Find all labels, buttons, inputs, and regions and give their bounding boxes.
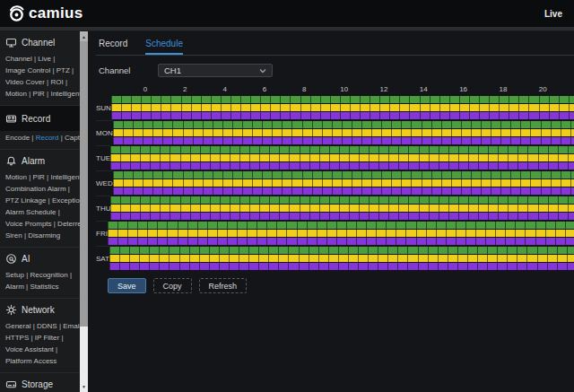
sidebar-section-channel: ChannelChannel | Live |Image Control | P… [0,31,80,105]
schedule-bar-record-normal[interactable] [108,222,574,229]
sidebar-link-platform-access[interactable]: Platform Access [5,357,57,365]
scrollbar-up-arrow-icon[interactable]: ▲ [80,31,88,41]
schedule-bar-record-pir[interactable] [109,263,574,270]
sidebar-link-ddns[interactable]: DDNS [37,322,57,330]
tab-bar: Record Schedule [96,31,574,55]
scrollbar-down-arrow-icon[interactable]: ▼ [82,384,86,389]
day-label: FRI [96,221,108,246]
sidebar-item-separator: | [54,345,57,353]
schedule-bar-record-normal[interactable] [110,196,574,204]
sidebar-link-roi[interactable]: ROI [50,78,63,86]
sidebar-link-encode[interactable]: Encode [5,134,30,142]
tab-record[interactable]: Record [99,39,127,55]
schedule-bar-record-motion[interactable] [113,179,574,187]
hour-tick-label: 8 [302,85,306,93]
hour-tick-label: 20 [539,85,547,93]
sidebar-item-separator: | [51,55,55,63]
sidebar-link-alarm[interactable]: Alarm [5,283,24,291]
day-label: MON [96,120,113,145]
sidebar-link-general[interactable]: General [5,322,30,330]
schedule-bar-record-normal[interactable] [113,121,574,128]
sidebar-link-channel[interactable]: Channel [5,55,32,63]
sidebar-link-https[interactable]: HTTPS [5,334,29,342]
sidebar-link-image-control[interactable]: Image Control [5,66,50,74]
sidebar-link-voice-assistant[interactable]: Voice Assistant [5,345,54,353]
schedule-bar-record-motion[interactable] [113,129,574,136]
sidebar-link-alarm-schedule[interactable]: Alarm Schedule [5,208,56,216]
content-area: ChannelChannel | Live |Image Control | P… [0,31,574,392]
schedule-bar-record-pir[interactable] [110,162,574,170]
scrollbar-track-bottom[interactable]: ▼ [80,327,88,392]
channel-select[interactable]: CH1 [158,64,273,77]
sidebar-section-header-record[interactable]: Record [0,106,80,131]
schedule-bar-record-pir[interactable] [111,112,574,119]
sidebar-link-deterrence[interactable]: Deterrence [57,220,80,228]
refresh-button[interactable]: Refresh [199,278,248,293]
schedule-bar-record-motion[interactable] [111,104,574,111]
scrollbar-thumb[interactable] [80,41,88,327]
sidebar-link-email[interactable]: Email [63,322,80,330]
channel-row: Channel CH1 [96,64,574,77]
sidebar-link-ptz-linkage[interactable]: PTZ Linkage [5,196,46,205]
schedule-bar-record-motion[interactable] [109,255,574,262]
sidebar-item-separator: | [70,66,74,74]
schedule-bar-record-motion[interactable] [110,205,574,212]
sidebar-link-live[interactable]: Live [38,55,51,63]
schedule-bar-record-normal[interactable] [113,171,574,179]
schedule-bar-record-motion[interactable] [108,230,574,237]
sidebar-link-intelligent[interactable]: Intelligent [50,90,80,98]
main-panel: Record Schedule Channel CH1 024681012141… [88,31,574,392]
sidebar-item-separator: | [59,334,63,342]
schedule-bar-record-motion[interactable] [110,154,574,161]
schedule-bar-record-pir[interactable] [113,187,574,195]
sidebar-link-statistics[interactable]: Statistics [30,283,58,291]
copy-button[interactable]: Copy [153,278,192,293]
live-menu-item[interactable]: Live [544,9,562,19]
schedule-day-row-sun: SUN [96,95,574,120]
schedule-day-row-sat: SAT [96,246,574,271]
schedule-bar-record-pir[interactable] [113,137,574,144]
sidebar-section-header-channel[interactable]: Channel [0,31,80,52]
schedule-grid: 024681012141618202224 SUNMONTUEWEDTHUFRI… [96,85,574,271]
sidebar-link-setup[interactable]: Setup [5,271,24,279]
channel-label: Channel [99,65,158,75]
schedule-bar-record-pir[interactable] [108,238,574,245]
sidebar-section-header-storage[interactable]: Storage [0,373,80,392]
sidebar-link-capture[interactable]: Capture [65,134,80,142]
sidebar-link-ptz[interactable]: PTZ [57,66,70,74]
sidebar-section-header-network[interactable]: Network [0,299,80,319]
schedule-bar-record-normal[interactable] [110,146,574,153]
sidebar-item: Alarm Schedule | [5,206,74,218]
sidebar-link-ip-filter[interactable]: IP Filter [35,334,59,342]
sidebar-section-items: Setup | Recognition |Alarm | Statistics [0,268,80,298]
sidebar-link-video-cover[interactable]: Video Cover [5,78,45,86]
sidebar-link-siren[interactable]: Siren [5,231,22,240]
sidebar-link-motion[interactable]: Motion [5,90,27,98]
sidebar-section-storage: StorageDisk | Cloud | FTP [0,372,80,392]
tab-schedule[interactable]: Schedule [145,39,183,55]
hour-tick-label: 6 [263,85,266,93]
sidebar-link-pir[interactable]: PIR [33,173,45,181]
hour-tick-label: 12 [380,85,388,93]
sidebar-link-disarming[interactable]: Disarming [28,231,60,240]
sidebar-section-header-ai[interactable]: AI [0,248,80,268]
sidebar-link-motion[interactable]: Motion [5,173,27,181]
sidebar-item: Video Cover | ROI | [5,76,74,88]
day-bars [111,95,574,120]
sidebar-link-combination-alarm[interactable]: Combination Alarm [5,185,66,193]
sidebar-link-intelligent[interactable]: Intelligent [50,173,80,181]
schedule-bar-record-normal[interactable] [111,96,574,103]
schedule-bar-record-pir[interactable] [110,213,574,220]
sidebar-scrollbar[interactable]: ▲ ▼ [80,31,88,392]
sidebar-link-exception[interactable]: Exception [52,196,80,205]
sidebar-section-items: General | DDNS | Email |HTTPS | IP Filte… [0,319,80,372]
schedule-bar-record-normal[interactable] [109,247,574,254]
sidebar-link-recognition[interactable]: Recognition [30,271,67,279]
sidebar-link-voice-prompts[interactable]: Voice Prompts [5,220,52,228]
sidebar-link-record[interactable]: Record [36,134,59,142]
sidebar-link-pir[interactable]: PIR [33,90,45,98]
sidebar-section-header-alarm[interactable]: Alarm [0,150,80,170]
save-button[interactable]: Save [108,278,146,293]
sidebar-section-title: Channel [22,38,55,48]
brand-logo: camius [7,4,83,23]
